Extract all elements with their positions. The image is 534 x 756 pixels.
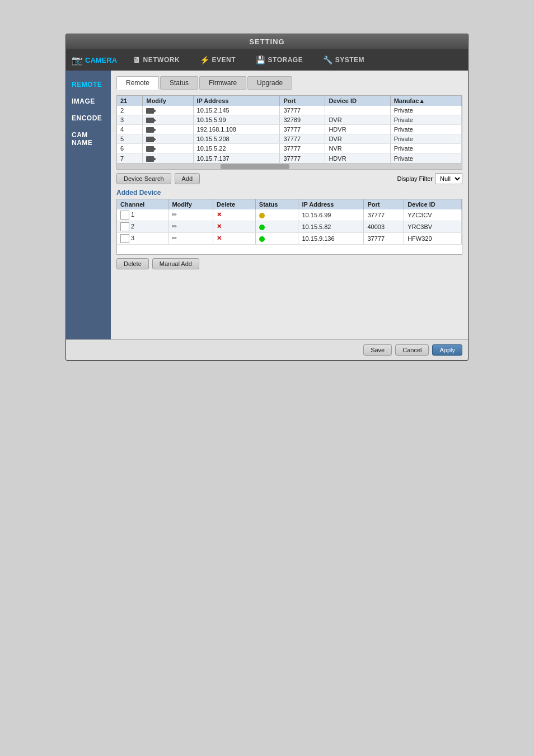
content-area: REMOTE IMAGE ENCODE CAM NAME Remote Stat… xyxy=(66,71,468,339)
checkbox[interactable] xyxy=(120,211,129,220)
manual-add-button[interactable]: Manual Add xyxy=(152,258,199,269)
sidebar-camname-label: CAM NAME xyxy=(72,131,92,147)
sidebar-item-image[interactable]: IMAGE xyxy=(66,93,111,110)
tab-network[interactable]: 🖥 NETWORK xyxy=(123,53,190,67)
subtab-firmware-label: Firmware xyxy=(209,79,237,87)
add-label: Add xyxy=(182,175,193,182)
table-row[interactable]: 7 10.15.7.137 37777 HDVR Private xyxy=(117,153,462,163)
tab-event-label: EVENT xyxy=(212,56,236,64)
added-col-device-id: Device ID xyxy=(404,199,462,209)
delete-button[interactable]: Delete xyxy=(116,258,149,269)
camera-device-icon xyxy=(146,108,154,114)
device-table-container: 21 Modify IP Address Port Device ID Manu… xyxy=(116,95,462,170)
apply-label: Apply xyxy=(439,347,455,353)
network-icon: 🖥 xyxy=(133,55,141,64)
added-device-table: Channel Modify Delete Status IP Address … xyxy=(117,199,462,245)
table-row[interactable]: 6 10.15.5.22 37777 NVR Private xyxy=(117,144,462,153)
sidebar: REMOTE IMAGE ENCODE CAM NAME xyxy=(66,71,111,339)
added-table-row[interactable]: 3 ✏ ✕ 10.15.9.136 37777 HFW320 xyxy=(117,232,462,244)
display-filter: Display Filter Null xyxy=(397,173,462,184)
delete-row-icon[interactable]: ✕ xyxy=(217,211,222,218)
subtab-remote[interactable]: Remote xyxy=(116,76,159,90)
manual-add-label: Manual Add xyxy=(160,260,192,267)
sidebar-item-remote[interactable]: REMOTE xyxy=(66,76,111,93)
sub-tabs: Remote Status Firmware Upgrade xyxy=(116,76,462,90)
added-col-delete: Delete xyxy=(213,199,256,209)
sidebar-remote-label: REMOTE xyxy=(72,81,102,88)
col-device-id: Device ID xyxy=(325,96,390,106)
main-content: Remote Status Firmware Upgrade xyxy=(111,71,468,339)
checkbox[interactable] xyxy=(120,222,129,231)
nav-camera[interactable]: 📷 CAMERA xyxy=(72,55,117,66)
display-filter-label: Display Filter xyxy=(397,175,433,182)
edit-icon[interactable]: ✏ xyxy=(172,235,177,241)
window-title: SETTING xyxy=(249,38,284,46)
col-num: 21 xyxy=(117,96,143,106)
tab-network-label: NETWORK xyxy=(143,56,180,64)
col-ip: IP Address xyxy=(193,96,280,106)
camera-icon: 📷 xyxy=(72,55,83,66)
added-device-table-container: Channel Modify Delete Status IP Address … xyxy=(116,199,462,255)
device-search-button[interactable]: Device Search xyxy=(116,173,171,184)
added-col-port: Port xyxy=(364,199,404,209)
table-row[interactable]: 3 10.15.5.99 32789 DVR Private xyxy=(117,115,462,125)
camera-device-icon xyxy=(146,146,154,152)
delete-row-icon[interactable]: ✕ xyxy=(217,235,222,241)
tab-storage[interactable]: 💾 STORAGE xyxy=(246,53,313,67)
added-col-ip: IP Address xyxy=(298,199,364,209)
cancel-button[interactable]: Cancel xyxy=(395,344,429,356)
main-window: SETTING 📷 CAMERA 🖥 NETWORK ⚡ EVENT 💾 STO… xyxy=(65,34,469,361)
table-row[interactable]: 5 10.15.5.208 37777 DVR Private xyxy=(117,134,462,144)
subtab-upgrade[interactable]: Upgrade xyxy=(247,76,292,90)
delete-label: Delete xyxy=(124,260,142,267)
tab-event[interactable]: ⚡ EVENT xyxy=(190,53,246,67)
footer-buttons: Save Cancel Apply xyxy=(66,339,468,360)
device-table: 21 Modify IP Address Port Device ID Manu… xyxy=(117,96,462,164)
camera-device-icon xyxy=(146,137,154,142)
scrollbar-thumb xyxy=(221,164,289,169)
col-modify: Modify xyxy=(143,96,193,106)
device-search-label: Device Search xyxy=(124,175,164,182)
filter-select[interactable]: Null xyxy=(435,173,462,184)
added-col-channel: Channel xyxy=(117,199,168,209)
apply-button[interactable]: Apply xyxy=(432,344,462,356)
edit-icon[interactable]: ✏ xyxy=(172,211,177,218)
event-icon: ⚡ xyxy=(200,55,210,64)
nav-tabs: 📷 CAMERA 🖥 NETWORK ⚡ EVENT 💾 STORAGE 🔧 S… xyxy=(66,49,468,71)
add-button[interactable]: Add xyxy=(175,173,200,184)
table-row[interactable]: 2 10.15.2.145 37777 Private xyxy=(117,106,462,115)
added-col-status: Status xyxy=(255,199,298,209)
subtab-status-label: Status xyxy=(170,79,189,87)
added-col-modify: Modify xyxy=(168,199,213,209)
camera-device-icon xyxy=(146,127,154,133)
delete-row-icon[interactable]: ✕ xyxy=(217,223,222,230)
tab-system[interactable]: 🔧 SYSTEM xyxy=(313,53,374,67)
sidebar-encode-label: ENCODE xyxy=(72,114,102,122)
status-dot xyxy=(259,225,265,230)
controls-row: Device Search Add Display Filter Null xyxy=(116,173,462,184)
sidebar-item-encode[interactable]: ENCODE xyxy=(66,110,111,127)
added-device-section-label: Added Device xyxy=(116,189,462,197)
bottom-controls: Delete Manual Add xyxy=(116,258,462,269)
system-icon: 🔧 xyxy=(323,55,333,64)
edit-icon[interactable]: ✏ xyxy=(172,223,177,230)
sidebar-item-camname[interactable]: CAM NAME xyxy=(66,127,111,151)
device-table-scrollbar[interactable] xyxy=(117,164,462,169)
added-table-row[interactable]: 2 ✏ ✕ 10.15.5.82 40003 YRC3BV xyxy=(117,221,462,232)
added-table-row[interactable]: 1 ✏ ✕ 10.15.6.99 37777 YZC3CV xyxy=(117,209,462,221)
subtab-remote-label: Remote xyxy=(126,79,149,87)
table-row[interactable]: 4 192.168.1.108 37777 HDVR Private xyxy=(117,125,462,134)
subtab-status[interactable]: Status xyxy=(160,76,198,90)
camera-label: CAMERA xyxy=(85,56,117,64)
title-bar: SETTING xyxy=(66,34,468,49)
tab-system-label: SYSTEM xyxy=(335,56,364,64)
save-button[interactable]: Save xyxy=(363,344,392,356)
subtab-firmware[interactable]: Firmware xyxy=(199,76,246,90)
col-manufacturer: Manufac▲ xyxy=(390,96,461,106)
sidebar-image-label: IMAGE xyxy=(72,97,95,105)
camera-device-icon xyxy=(146,156,154,162)
checkbox[interactable] xyxy=(120,234,129,243)
storage-icon: 💾 xyxy=(256,55,266,64)
col-port: Port xyxy=(280,96,325,106)
camera-device-icon xyxy=(146,118,154,123)
